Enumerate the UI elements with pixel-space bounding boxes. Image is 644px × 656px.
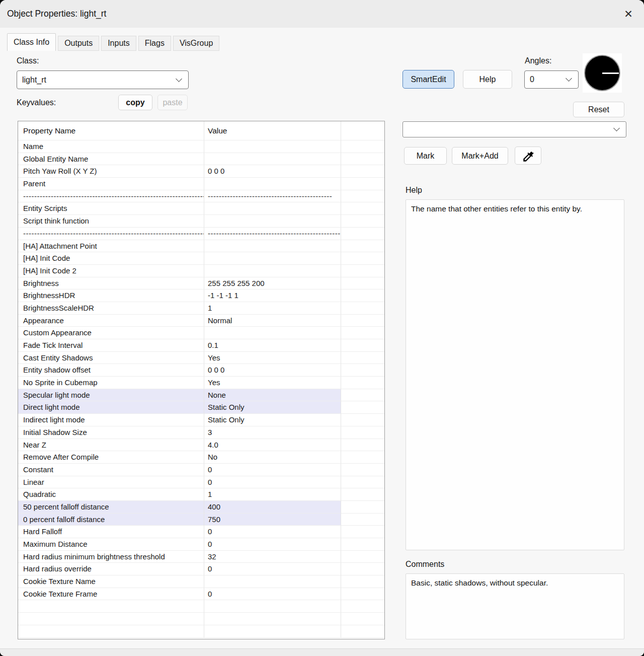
table-row[interactable]: Pitch Yaw Roll (X Y Z)0 0 0 [18, 165, 384, 178]
mark-button[interactable]: Mark [404, 147, 447, 165]
table-row[interactable]: AppearanceNormal [18, 315, 384, 327]
property-name-cell[interactable]: Initial Shadow Size [18, 426, 204, 439]
tab-class-info[interactable]: Class Info [7, 33, 56, 51]
property-name-cell[interactable] [18, 613, 204, 625]
property-name-cell[interactable] [18, 600, 204, 613]
table-row[interactable]: Brightness255 255 255 200 [18, 277, 384, 290]
mark-add-button[interactable]: Mark+Add [452, 147, 508, 165]
table-row[interactable]: Cookie Texture Frame0 [18, 588, 384, 601]
property-value-cell[interactable] [204, 202, 341, 215]
property-value-cell[interactable]: 0 [204, 588, 341, 601]
table-row[interactable] [18, 600, 384, 613]
property-name-cell[interactable]: Constant [18, 464, 204, 476]
table-row[interactable]: [HA] Init Code [18, 252, 384, 265]
property-name-cell[interactable]: Name [18, 140, 204, 153]
table-row[interactable]: Specular light modeNone [18, 389, 384, 402]
table-row[interactable]: Quadratic1 [18, 488, 384, 501]
property-name-cell[interactable]: Specular light mode [18, 389, 204, 402]
property-value-cell[interactable] [204, 178, 341, 190]
reset-button[interactable]: Reset [573, 102, 624, 117]
property-name-cell[interactable]: Indirect light mode [18, 414, 204, 426]
table-row[interactable]: Custom Appearance [18, 327, 384, 339]
property-value-cell[interactable]: 0 [204, 526, 341, 538]
property-name-cell[interactable] [18, 625, 204, 638]
property-value-cell[interactable] [204, 265, 341, 277]
property-value-cell[interactable]: 0 [204, 464, 341, 476]
table-row[interactable]: Remove After CompileNo [18, 451, 384, 464]
property-name-cell[interactable]: Cookie Texture Name [18, 575, 204, 588]
property-name-cell[interactable]: Near Z [18, 439, 204, 452]
property-name-cell[interactable]: Parent [18, 178, 204, 190]
property-name-cell[interactable]: [HA] Init Code [18, 252, 204, 265]
table-row[interactable]: Name [18, 140, 384, 153]
property-value-cell[interactable]: 255 255 255 200 [204, 277, 341, 290]
table-row[interactable]: Script think function [18, 215, 384, 228]
smartedit-button[interactable]: SmartEdit [403, 70, 454, 89]
property-value-cell[interactable]: 3 [204, 426, 341, 439]
property-name-cell[interactable]: Entity shadow offset [18, 364, 204, 377]
table-row[interactable]: ----------------------------------------… [18, 228, 384, 240]
table-row[interactable]: Near Z4.0 [18, 439, 384, 452]
angles-select[interactable]: 0 [524, 70, 579, 89]
table-row[interactable]: Cast Entity ShadowsYes [18, 352, 384, 365]
property-value-cell[interactable]: 1 [204, 302, 341, 315]
property-value-cell[interactable] [204, 575, 341, 588]
table-row[interactable]: Entity Scripts [18, 202, 384, 215]
property-name-cell[interactable]: Direct light mode [18, 401, 204, 414]
table-row[interactable]: ----------------------------------------… [18, 190, 384, 203]
table-row[interactable]: Direct light modeStatic Only [18, 401, 384, 414]
table-row[interactable]: Maximum Distance0 [18, 538, 384, 551]
property-name-cell[interactable]: 0 percent falloff distance [18, 514, 204, 526]
property-name-cell[interactable]: ----------------------------------------… [18, 190, 204, 203]
angle-dial[interactable] [583, 53, 622, 93]
property-name-cell[interactable]: Appearance [18, 315, 204, 327]
keyvalue-filter-combo[interactable] [403, 121, 626, 137]
property-value-cell[interactable] [204, 625, 341, 638]
property-name-cell[interactable]: Global Entity Name [18, 153, 204, 166]
property-value-cell[interactable]: 0 0 0 [204, 364, 341, 377]
property-name-cell[interactable]: Linear [18, 476, 204, 489]
property-value-cell[interactable]: ----------------------------------------… [204, 190, 341, 203]
property-name-cell[interactable]: Quadratic [18, 488, 204, 501]
table-row[interactable]: Initial Shadow Size3 [18, 426, 384, 439]
tab-visgroup[interactable]: VisGroup [173, 36, 219, 51]
property-value-cell[interactable]: 0 0 0 [204, 165, 341, 178]
property-value-cell[interactable]: 0.1 [204, 339, 341, 352]
property-value-cell[interactable]: 1 [204, 488, 341, 501]
property-value-cell[interactable]: Yes [204, 352, 341, 365]
help-button[interactable]: Help [463, 70, 512, 89]
table-row[interactable]: Linear0 [18, 476, 384, 489]
table-row[interactable]: BrightnessScaleHDR1 [18, 302, 384, 315]
table-row[interactable]: BrightnessHDR-1 -1 -1 1 [18, 289, 384, 302]
table-row[interactable] [18, 613, 384, 625]
property-name-cell[interactable]: Brightness [18, 277, 204, 290]
table-row[interactable]: 50 percent falloff distance400 [18, 501, 384, 514]
property-name-cell[interactable]: ----------------------------------------… [18, 228, 204, 240]
property-name-cell[interactable]: Custom Appearance [18, 327, 204, 339]
table-row[interactable]: Fade Tick Interval0.1 [18, 339, 384, 352]
property-value-cell[interactable]: 0 [204, 538, 341, 551]
tab-flags[interactable]: Flags [138, 36, 171, 51]
property-value-cell[interactable]: ----------------------------------------… [204, 228, 341, 240]
property-value-cell[interactable]: Normal [204, 315, 341, 327]
property-name-cell[interactable]: 50 percent falloff distance [18, 501, 204, 514]
table-row[interactable]: Indirect light modeStatic Only [18, 414, 384, 426]
eyedropper-button[interactable] [515, 147, 541, 165]
property-value-cell[interactable]: Yes [204, 377, 341, 389]
property-name-cell[interactable]: BrightnessScaleHDR [18, 302, 204, 315]
property-value-cell[interactable] [204, 327, 341, 339]
property-value-cell[interactable] [204, 140, 341, 153]
property-name-cell[interactable]: Fade Tick Interval [18, 339, 204, 352]
property-name-cell[interactable]: Cast Entity Shadows [18, 352, 204, 365]
tab-outputs[interactable]: Outputs [58, 36, 99, 51]
property-value-cell[interactable]: Static Only [204, 414, 341, 426]
table-row[interactable]: Cookie Texture Name [18, 575, 384, 588]
table-row[interactable]: [HA] Init Code 2 [18, 265, 384, 277]
property-value-cell[interactable]: 32 [204, 551, 341, 563]
property-value-cell[interactable] [204, 153, 341, 166]
property-name-cell[interactable]: Hard Falloff [18, 526, 204, 538]
property-value-cell[interactable]: Static Only [204, 401, 341, 414]
property-value-cell[interactable]: No [204, 451, 341, 464]
property-name-cell[interactable]: Script think function [18, 215, 204, 228]
table-row[interactable]: Hard radius override0 [18, 563, 384, 575]
